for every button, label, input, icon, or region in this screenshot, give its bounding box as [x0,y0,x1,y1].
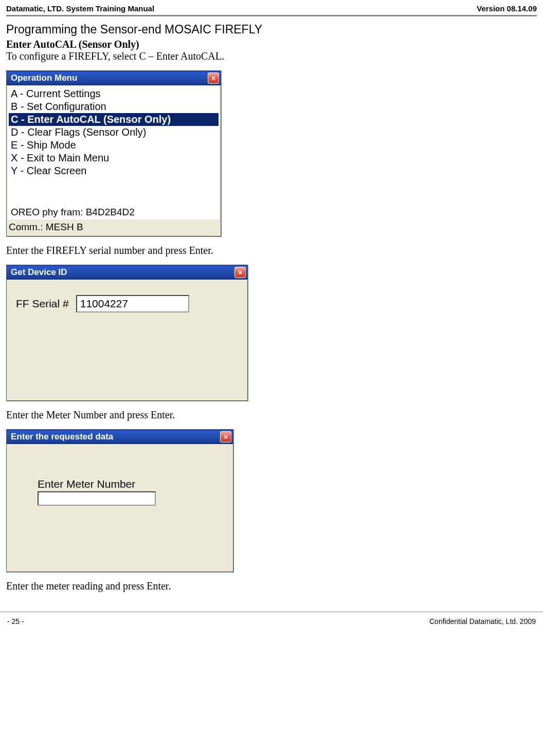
footer-right: Confidential Datamatic, Ltd. 2009 [429,617,536,625]
menu-spacer [9,177,219,206]
dialog-body: Enter Meter Number [7,444,233,571]
enter-requested-data-dialog: Enter the requested data × Enter Meter N… [6,429,233,572]
header-left: Datamatic, LTD. System Training Manual [6,4,154,13]
footer-left: - 25 - [7,617,24,625]
body-text-4: Enter the meter reading and press Enter. [6,580,537,592]
body-text-1: To configure a FIREFLY, select C – Enter… [6,50,537,62]
dialog-body: A - Current Settings B - Set Configurati… [8,86,220,219]
menu-item-b[interactable]: B - Set Configuration [9,100,219,113]
section-subheading: Enter AutoCAL (Sensor Only) [6,39,537,50]
menu-item-d[interactable]: D - Clear Flags (Sensor Only) [9,126,219,139]
dialog-titlebar: Operation Menu × [7,71,221,85]
section-heading: Programming the Sensor-end MOSAIC FIREFL… [6,23,537,36]
page-content: Programming the Sensor-end MOSAIC FIREFL… [0,16,543,596]
menu-item-x[interactable]: X - Exit to Main Menu [9,152,219,164]
body-text-2: Enter the FIREFLY serial number and pres… [6,245,537,256]
menu-footer-2: Comm.: MESH B [7,220,221,236]
operation-menu-dialog: Operation Menu × A - Current Settings B … [6,70,221,236]
menu-item-y[interactable]: Y - Clear Screen [9,164,219,177]
dialog-title: Enter the requested data [11,432,113,442]
close-button[interactable]: × [220,431,231,442]
close-icon: × [211,74,215,82]
ff-serial-label: FF Serial # [16,298,69,310]
dialog-body: FF Serial # [7,280,247,400]
menu-item-c[interactable]: C - Enter AutoCAL (Sensor Only) [9,113,219,126]
page-footer: - 25 - Confidential Datamatic, Ltd. 2009 [0,612,543,631]
dialog-title: Get Device ID [11,267,67,278]
menu-item-e[interactable]: E - Ship Mode [9,139,219,152]
dialog-titlebar: Enter the requested data × [7,430,233,444]
serial-row: FF Serial # [7,280,247,312]
close-button[interactable]: × [208,72,219,84]
ff-serial-input[interactable] [76,295,189,312]
header-right: Version 08.14.09 [477,4,537,13]
get-device-id-dialog: Get Device ID × FF Serial # [6,265,248,401]
meter-number-input[interactable] [38,491,156,506]
page-header: Datamatic, LTD. System Training Manual V… [0,0,543,15]
close-button[interactable]: × [234,267,246,278]
menu-footer-1: OREO phy fram: B4D2B4D2 [9,206,219,218]
meter-number-label: Enter Meter Number [38,478,233,490]
close-icon: × [224,433,228,441]
body-text-3: Enter the Meter Number and press Enter. [6,409,537,421]
menu-item-a[interactable]: A - Current Settings [9,87,219,100]
close-icon: × [238,268,242,276]
dialog-titlebar: Get Device ID × [7,265,247,280]
dialog-title: Operation Menu [11,73,77,83]
